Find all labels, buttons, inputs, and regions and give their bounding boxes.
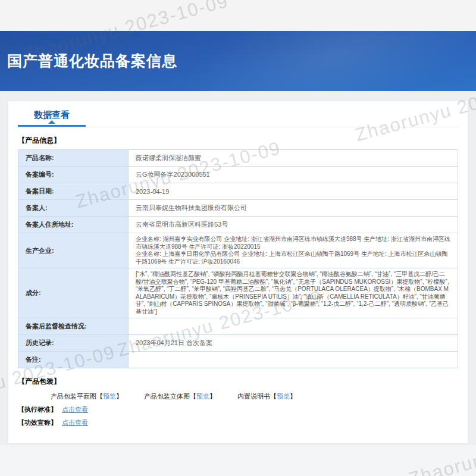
- packaging-flat-view-item: 产品包装平面图【预览】: [51, 392, 123, 401]
- row-value: 云G妆网备字2023000551: [129, 167, 458, 183]
- row-label: 成分:: [18, 268, 129, 318]
- bracket-open: 【: [190, 393, 196, 400]
- view-standard-link[interactable]: 点击查看: [62, 406, 88, 413]
- table-row-registrant-address: 备案人住所地址: 云南省昆明市高新区科医路53号: [18, 217, 458, 233]
- row-value: 薇诺娜柔润保湿洁颜蜜: [129, 150, 458, 167]
- table-row-ingredients: 成分: [“水”, “椰油酰两性基乙酸钠”, “磷酸羟丙酯月桂基葡糖苷交联聚合物…: [18, 268, 458, 318]
- table-row-manufacturer: 生产企业: 企业名称: 湖州嘉亨实业有限公司 企业地址: 浙江省湖州市南浔区练市…: [18, 233, 458, 268]
- efficacy-claim-label: 【功效宣称】: [18, 419, 57, 426]
- packaging-leaflet-item: 内置说明书【预览】: [237, 392, 296, 401]
- tab-bar: 数据查看: [18, 101, 458, 127]
- row-value: [129, 352, 458, 368]
- row-value: 企业名称: 湖州嘉亨实业有限公司 企业地址: 浙江省湖州市南浔区练市镇练溪大道9…: [129, 233, 458, 268]
- executive-standard-label: 【执行标准】: [18, 406, 57, 413]
- bottom-strip: [0, 445, 476, 476]
- row-label: 生产企业:: [18, 233, 129, 268]
- packaging-item-label: 产品包装立体图: [144, 393, 190, 400]
- executive-standard-row: 【执行标准】点击查看: [18, 405, 458, 414]
- row-label: 备注:: [18, 352, 129, 368]
- page-title: 国产普通化妆品备案信息: [7, 51, 177, 71]
- row-label: 备案人住所地址:: [18, 217, 129, 233]
- page-header: 国产普通化妆品备案信息: [0, 31, 476, 91]
- row-value: [129, 318, 458, 335]
- packaging-flat-preview-link[interactable]: 预览: [103, 393, 116, 400]
- content-card: 数据查看 【产品信息】 产品名称: 薇诺娜柔润保湿洁颜蜜 备案编号: 云G妆网备…: [8, 101, 468, 443]
- section-packaging-title: 【产品包装】: [18, 377, 458, 387]
- row-label: 备案后监督检查情况:: [18, 318, 129, 335]
- top-spacer: [0, 0, 476, 31]
- row-label: 产品名称:: [18, 150, 129, 167]
- bracket-close: 】: [290, 393, 296, 400]
- table-row-registration-date: 备案日期: 2023-04-19: [18, 183, 458, 200]
- packaging-preview-row: 产品包装平面图【预览】 产品包装立体图【预览】 内置说明书【预览】: [18, 392, 458, 401]
- table-row-product-name: 产品名称: 薇诺娜柔润保湿洁颜蜜: [18, 150, 458, 167]
- tab-data-view[interactable]: 数据查看: [18, 101, 86, 127]
- efficacy-claim-row: 【功效宣称】点击查看: [18, 418, 458, 427]
- packaging-item-label: 产品包装平面图: [51, 393, 96, 400]
- row-value: 2023-04-19: [129, 183, 458, 200]
- tab-data-view-label: 数据查看: [34, 109, 70, 120]
- row-label: 备案编号:: [18, 167, 129, 183]
- row-value: 2023年04月21日 首次备案: [129, 335, 458, 352]
- bracket-open: 【: [96, 393, 103, 400]
- packaging-3d-view-item: 产品包装立体图【预览】: [144, 392, 216, 401]
- row-label: 备案日期:: [18, 183, 129, 200]
- row-value: 云南省昆明市高新区科医路53号: [129, 217, 458, 233]
- row-label: 备案人:: [18, 200, 129, 217]
- table-row-supervision: 备案后监督检查情况:: [18, 318, 458, 335]
- product-info-table: 产品名称: 薇诺娜柔润保湿洁颜蜜 备案编号: 云G妆网备字2023000551 …: [18, 149, 458, 368]
- section-product-info-title: 【产品信息】: [18, 136, 458, 146]
- table-row-registration-number: 备案编号: 云G妆网备字2023000551: [18, 167, 458, 183]
- row-value: [“水”, “椰油酰两性基乙酸钠”, “磷酸羟丙酯月桂基葡糖苷交联聚合物钠”, …: [129, 268, 458, 318]
- row-label: 历史记录:: [18, 335, 129, 352]
- bracket-open: 【: [270, 393, 277, 400]
- table-row-remarks: 备注:: [18, 352, 458, 368]
- packaging-item-label: 内置说明书: [237, 393, 270, 400]
- packaging-3d-preview-link[interactable]: 预览: [196, 393, 209, 400]
- table-row-history: 历史记录: 2023年04月21日 首次备案: [18, 335, 458, 352]
- row-value: 云南贝泰妮生物科技集团股份有限公司: [129, 200, 458, 217]
- table-row-registrant: 备案人: 云南贝泰妮生物科技集团股份有限公司: [18, 200, 458, 217]
- bracket-close: 】: [209, 393, 216, 400]
- leaflet-preview-link[interactable]: 预览: [277, 393, 290, 400]
- bracket-close: 】: [116, 393, 123, 400]
- view-efficacy-link[interactable]: 点击查看: [62, 419, 88, 426]
